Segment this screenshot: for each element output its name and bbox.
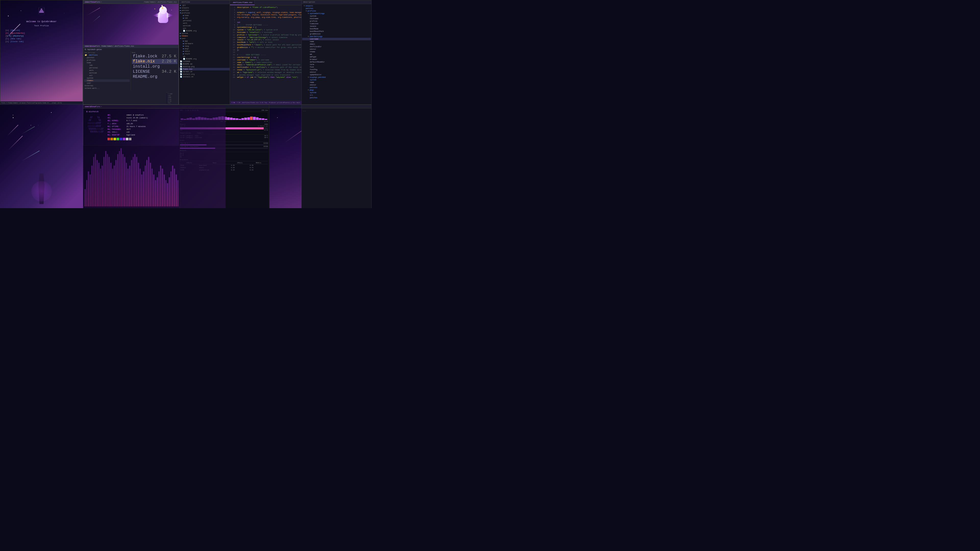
ft-theme[interactable]: theme: [302, 51, 371, 53]
cpu-bar: [265, 119, 267, 120]
ft-profiles[interactable]: ▼ profiles: [302, 10, 371, 12]
tree-git[interactable]: ▶ .git: [179, 4, 230, 6]
tree-app[interactable]: ▶ app: [179, 40, 230, 42]
tree-hardensh[interactable]: 📄 harden.sh: [179, 70, 230, 73]
ft-editor2[interactable]: editor: [302, 71, 371, 73]
fm-label-dirs: Tmp-Settings: [84, 52, 130, 54]
ft-bootmountpath[interactable]: bootMountPath: [302, 30, 371, 33]
fm-dir-item[interactable]: user: [84, 82, 130, 84]
tree-flakenix[interactable]: 📄 flake.nix: [179, 68, 230, 70]
tree-wsl[interactable]: wsl: [179, 27, 230, 30]
ft-username[interactable]: username: [302, 38, 371, 40]
ft-spawneditor[interactable]: spawnEditor: [302, 73, 371, 76]
ft-usersettings[interactable]: ▼ userSettings: [302, 35, 371, 38]
ft-nixpkgspatched[interactable]: ▼ nixpkgs-patched: [302, 76, 371, 79]
fm-dir-item[interactable]: system: [84, 77, 130, 79]
tree-profiles[interactable]: ▼ profiles: [179, 12, 230, 14]
tree-style[interactable]: ▶ style: [179, 52, 230, 55]
ft-outputs[interactable]: ▼ outputs: [302, 5, 371, 7]
fm-file-item-readme[interactable]: README.org: [132, 74, 178, 79]
ft-system2[interactable]: system: [302, 79, 371, 81]
ft-name2[interactable]: name: [302, 81, 371, 84]
tree-license[interactable]: 📄 LICENSE: [179, 60, 230, 63]
tree-readme1[interactable]: 📄 README.org: [179, 30, 230, 32]
nf-row-arch: Y | ARCH: x86_64: [107, 122, 148, 125]
tree-desktop[interactable]: 📄 desktop.png: [179, 65, 230, 68]
ft-patches3[interactable]: patches: [302, 97, 371, 99]
tree-lab[interactable]: ▶ lab: [179, 17, 230, 19]
fm-file-item-license[interactable]: LICENSE 34.2 K: [132, 69, 178, 74]
panel-right-bottom: ...: [301, 105, 372, 208]
fm-file-item-install[interactable]: install.org: [132, 64, 178, 69]
ft-fontpkg[interactable]: fontPkg: [302, 68, 371, 71]
rb-item: ...: [303, 110, 370, 112]
ft-src[interactable]: src: [302, 94, 371, 97]
ft-term[interactable]: term: [302, 63, 371, 66]
tree-worklab[interactable]: worklab: [179, 24, 230, 27]
ft-locale[interactable]: locale: [302, 25, 371, 27]
ft-dotfilesdir[interactable]: dotfilesDir: [302, 45, 371, 48]
ft-name[interactable]: name: [302, 40, 371, 43]
ft-system3[interactable]: system: [302, 91, 371, 94]
ft-font[interactable]: font: [302, 66, 371, 68]
ft-profile[interactable]: profile: [302, 20, 371, 22]
tree-hardware[interactable]: ▶ hardware: [179, 42, 230, 45]
ft-patches2[interactable]: patches: [302, 86, 371, 89]
qb-link-search[interactable]: [o] [Search]: [5, 29, 78, 32]
tree-system[interactable]: ▶ system: [179, 32, 230, 35]
fm-dir-themes[interactable]: themes: [84, 79, 130, 82]
fm-dir-item[interactable]: work: [84, 69, 130, 72]
tree-installsh[interactable]: 📄 install.sh: [179, 76, 230, 78]
tree-shell[interactable]: ▶ shell: [179, 50, 230, 52]
fm-dir-item[interactable]: worklab: [84, 72, 130, 74]
ft-browser[interactable]: browser: [302, 58, 371, 61]
qb-link-quickmarks[interactable]: [b] [Quickmarks]: [5, 32, 78, 35]
tree-themes[interactable]: ▶ themes: [179, 35, 230, 37]
ft-email[interactable]: email: [302, 43, 371, 45]
ft-timezone[interactable]: timezone: [302, 22, 371, 25]
ft-wm[interactable]: wm: [302, 53, 371, 56]
fm-dir-item[interactable]: lab: [84, 64, 130, 67]
fm-dir-item[interactable]: home: [84, 62, 130, 64]
comet: [92, 16, 100, 22]
ft-patches[interactable]: patches: [302, 7, 371, 10]
ft-hostname[interactable]: hostname: [302, 17, 371, 20]
tree-user[interactable]: ▼ user: [179, 37, 230, 40]
tree-patches[interactable]: ▶ patches: [179, 9, 230, 12]
tree-lang[interactable]: ▶ lang: [179, 45, 230, 48]
fm-dir-item[interactable]: 📁 .dotfiles: [84, 54, 130, 56]
qb-link-history[interactable]: [$ h] [History]: [5, 35, 78, 37]
nf-terminal-title: emmet@SnowFire:~: [85, 106, 102, 108]
code-tab-flakenix[interactable]: .dotfiles/flake.nix: [230, 0, 255, 5]
tree-wm[interactable]: wm: [179, 55, 230, 58]
ft-system[interactable]: system: [302, 15, 371, 17]
cpu-bar: [259, 118, 261, 120]
tree-installorg[interactable]: 📄 install.org: [179, 73, 230, 76]
ft-editor[interactable]: editor: [302, 48, 371, 51]
ft-wmtype[interactable]: wmType: [302, 56, 371, 58]
fm-file-item-flakenix[interactable]: flake.nix 2.26 K: [132, 59, 178, 64]
tree-readme3[interactable]: 📄 README.md: [179, 63, 230, 65]
ft-systemsettings[interactable]: ▼ systemSettings: [302, 12, 371, 15]
tree-work[interactable]: work: [179, 22, 230, 24]
comet: [7, 125, 18, 136]
tree-personal[interactable]: personal: [179, 19, 230, 22]
tree-outputs[interactable]: ▶ outputs: [179, 6, 230, 9]
tree-readme2[interactable]: 📄 README.org: [179, 58, 230, 60]
ft-grubdevice[interactable]: grubDevice: [302, 33, 371, 35]
qb-link-closetab[interactable]: [x] [Close tab]: [5, 40, 78, 43]
tree-home[interactable]: ▶ home: [179, 14, 230, 17]
fm-dir-item[interactable]: profiles: [84, 59, 130, 62]
color-block: [114, 138, 116, 140]
qb-welcome-text: Welcome to Qutebrowser: [0, 19, 83, 24]
ft-defaultroamdir[interactable]: defaultRoamDir: [302, 61, 371, 63]
tree-pkgs[interactable]: ▶ pkgs: [179, 48, 230, 50]
fm-dir-item[interactable]: patches: [84, 56, 130, 59]
ft-pkgs[interactable]: ▼ pkgs: [302, 89, 371, 91]
fm-file-item-flakelock[interactable]: flake.lock 27.5 K: [132, 54, 178, 59]
ft-editor3[interactable]: editor: [302, 84, 371, 86]
fm-dir-item[interactable]: personal: [84, 67, 130, 69]
fm-dir-item[interactable]: wsl: [84, 74, 130, 77]
ft-bootmode[interactable]: bootMode: [302, 27, 371, 30]
qb-link-newtab[interactable]: [t] [New tab]: [5, 37, 78, 40]
